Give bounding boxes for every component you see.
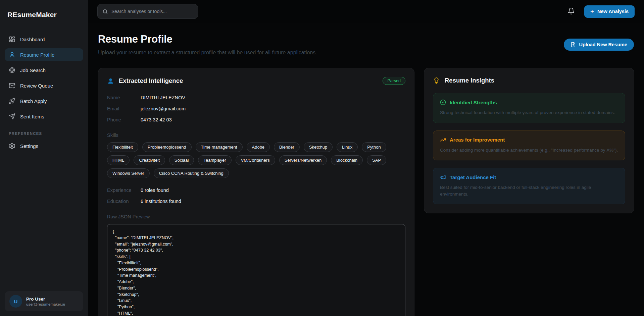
page-content: Resume Profile Upload your resume to ext… (88, 23, 644, 316)
field-value: jeleznov@gmail.com (141, 106, 186, 111)
insight-title: Identified Strengths (450, 100, 497, 105)
avatar: U (9, 295, 22, 308)
user-name: Pro User (26, 297, 65, 302)
sidebar-preferences-nav: Settings (5, 140, 83, 152)
search-box[interactable] (97, 4, 198, 19)
sidebar-item-label: Settings (20, 143, 38, 149)
sidebar-item-label: Batch Apply (20, 98, 47, 104)
rocket-icon (9, 98, 15, 104)
skill-chip: Time management (196, 142, 243, 152)
sidebar-item-batch-apply[interactable]: Batch Apply (5, 95, 83, 107)
skill-chip: Blockchain (331, 155, 363, 165)
dashboard-icon (9, 36, 15, 43)
insights-list: Identified Strengths Strong technical fo… (433, 93, 625, 204)
sidebar-item-settings[interactable]: Settings (5, 140, 83, 152)
search-input[interactable] (111, 9, 193, 14)
skill-chip: Probleemoplossend (142, 142, 192, 152)
user-email: user@resumemaker.ai (26, 302, 65, 306)
user-solid-icon (107, 77, 114, 85)
mail-check-icon (9, 82, 15, 89)
search-icon (102, 9, 108, 14)
sidebar-item-resume-profile[interactable]: Resume Profile (5, 48, 83, 61)
sidebar-item-label: Sent Items (20, 114, 44, 119)
field-row-email: Email jeleznov@gmail.com (107, 106, 405, 111)
megaphone-icon (440, 174, 446, 180)
check-circle-icon (440, 99, 446, 105)
insights-card-header: Resume Insights (433, 77, 625, 84)
education-label: Education (107, 199, 141, 204)
insight-title: Target Audience Fit (450, 174, 496, 180)
insight-improvement: Areas for Improvement Consider adding mo… (433, 130, 625, 161)
sidebar-item-review-queue[interactable]: Review Queue (5, 79, 83, 92)
user-icon (9, 51, 15, 58)
insights-card-title: Resume Insights (445, 77, 494, 84)
skills-label: Skills (107, 133, 405, 138)
skill-chip: Linux (337, 142, 358, 152)
new-analysis-button[interactable]: + New Analysis (584, 5, 635, 18)
upload-new-resume-button[interactable]: Upload New Resume (564, 39, 634, 51)
insight-audience: Target Audience Fit Best suited for mid-… (433, 168, 625, 204)
contact-fields: Name DIMITRI JELEZNOV Email jeleznov@gma… (107, 95, 405, 122)
skill-chip: Python (362, 142, 386, 152)
preferences-section-label: PREFERENCES (9, 131, 79, 136)
field-row-experience: Experience 0 roles found (107, 188, 405, 193)
user-card[interactable]: U Pro User user@resumemaker.ai (5, 291, 83, 311)
skills-chips: Flexibiliteit Probleemoplossend Time man… (107, 142, 396, 178)
experience-label: Experience (107, 188, 141, 193)
skill-chip: Sketchup (304, 142, 333, 152)
skill-chip: Blender (274, 142, 300, 152)
field-label: Name (107, 95, 141, 100)
sidebar-item-label: Resume Profile (20, 52, 55, 58)
sidebar: REsumeMaker Dashboard Resume Profile Job… (0, 0, 88, 316)
page-title: Resume Profile (98, 33, 317, 45)
skill-chip: Adobe (247, 142, 270, 152)
topbar-actions: + New Analysis (567, 5, 635, 18)
page-header-text: Resume Profile Upload your resume to ext… (98, 33, 317, 56)
sidebar-item-job-search[interactable]: Job Search (5, 64, 83, 76)
skill-chip: Windows Server (107, 168, 150, 178)
app-root: REsumeMaker Dashboard Resume Profile Job… (0, 0, 644, 316)
extracted-card-title: Extracted Intelligence (119, 77, 183, 85)
upload-button-label: Upload New Resume (579, 42, 627, 47)
meta-rows: Experience 0 roles found Education 6 ins… (107, 188, 405, 204)
field-value: DIMITRI JELEZNOV (141, 95, 185, 100)
insight-description: Strong technical foundation with multipl… (440, 109, 618, 116)
page-subtitle: Upload your resume to extract a structur… (98, 50, 317, 56)
sidebar-item-sent-items[interactable]: Sent Items (5, 110, 83, 123)
insight-description: Best suited for mid-to-senior backend or… (440, 184, 618, 197)
trending-up-icon (440, 137, 446, 143)
raw-json-preview[interactable]: { "name": "DIMITRI JELEZNOV", "email": "… (107, 224, 405, 316)
skill-chip: VM/Containers (236, 155, 275, 165)
plus-icon: + (590, 8, 594, 15)
insight-improvement-header: Areas for Improvement (440, 137, 618, 143)
sidebar-item-dashboard[interactable]: Dashboard (5, 33, 83, 46)
new-analysis-label: New Analysis (597, 9, 629, 14)
extracted-intelligence-card: Extracted Intelligence Parsed Name DIMIT… (98, 68, 414, 316)
insight-strengths-header: Identified Strengths (440, 99, 618, 105)
resume-insights-card: Resume Insights Identified Strengths Str… (424, 68, 634, 213)
raw-json-label: Raw JSON Preview (107, 214, 405, 219)
insight-strengths: Identified Strengths Strong technical fo… (433, 93, 625, 123)
field-label: Email (107, 106, 141, 111)
skill-chip: Servers/Netwerken (279, 155, 327, 165)
sidebar-nav: Dashboard Resume Profile Job Search Revi… (5, 33, 83, 123)
skill-chip: HTML (107, 155, 130, 165)
education-value: 6 institutions found (141, 199, 181, 204)
skill-chip: Cisco CCNA Routing & Switching (154, 168, 229, 178)
raw-json-content: { "name": "DIMITRI JELEZNOV", "email": "… (113, 228, 400, 316)
insight-title: Areas for Improvement (450, 137, 505, 143)
sidebar-item-label: Review Queue (20, 83, 53, 89)
field-label: Phone (107, 117, 141, 122)
skill-chip: Creativiteit (134, 155, 165, 165)
experience-value: 0 roles found (141, 188, 169, 193)
cards-row: Extracted Intelligence Parsed Name DIMIT… (98, 68, 634, 316)
file-upload-icon (571, 42, 576, 47)
app-logo: REsumeMaker (5, 7, 83, 19)
bell-icon[interactable] (567, 7, 576, 15)
sidebar-item-label: Dashboard (20, 37, 45, 42)
sidebar-item-label: Job Search (20, 67, 46, 73)
field-row-name: Name DIMITRI JELEZNOV (107, 95, 405, 100)
field-row-phone: Phone 0473 32 42 03 (107, 117, 405, 122)
extracted-card-header: Extracted Intelligence Parsed (107, 77, 405, 85)
insight-audience-header: Target Audience Fit (440, 174, 618, 180)
